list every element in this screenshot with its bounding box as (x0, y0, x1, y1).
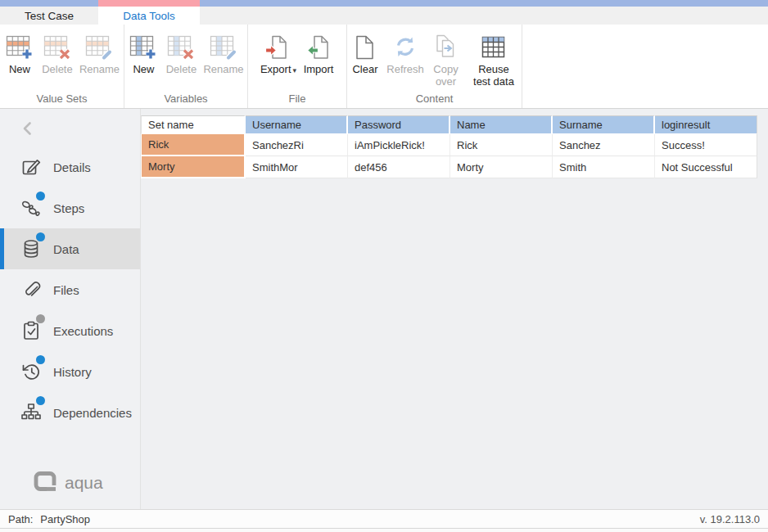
path-label: Path: (8, 513, 33, 525)
data-panel: Set name Username Password Name Surname … (141, 109, 768, 509)
aqua-logo-icon (33, 470, 57, 496)
hierarchy-icon (20, 401, 43, 424)
table-cell[interactable]: Sanchez (553, 134, 655, 156)
sidebar-item-steps[interactable]: Steps (0, 187, 140, 228)
table-cell[interactable]: SmithMor (246, 156, 348, 178)
table-cell-set-name[interactable]: Rick (141, 134, 246, 156)
dropdown-caret-icon: ▾ (293, 66, 297, 74)
variables-rename-button[interactable]: Rename (201, 33, 246, 76)
clear-page-icon (353, 33, 377, 62)
ribbon-group-file: Export▾ Import File (248, 25, 347, 108)
main-area: Details Steps (0, 109, 768, 509)
button-label: Clear (352, 64, 377, 76)
column-header-set-name[interactable]: Set name (141, 115, 246, 134)
value-sets-table: Set name Username Password Name Surname … (141, 115, 757, 178)
refresh-icon (391, 33, 419, 62)
button-label: Export▾ (260, 64, 296, 76)
column-header-username[interactable]: Username (246, 115, 348, 134)
export-icon (264, 33, 292, 62)
table-column-rename-icon (210, 33, 237, 62)
notification-dot (36, 192, 45, 201)
status-bar: Path: PartyShop v. 19.2.113.0 (0, 509, 768, 529)
table-row-rename-icon (85, 33, 113, 62)
ribbon-group-value-sets: New Delete (0, 25, 124, 108)
value-sets-rename-button[interactable]: Rename (77, 33, 122, 76)
sidebar-item-history[interactable]: History (0, 351, 140, 392)
notification-dot (36, 232, 45, 241)
table-cell[interactable]: Smith (553, 156, 655, 178)
path-value: PartyShop (40, 513, 90, 525)
sidebar-item-files[interactable]: Files (0, 269, 140, 310)
sidebar-item-label: Details (53, 160, 91, 174)
table-column-delete-icon (167, 33, 195, 62)
table-row-delete-icon (43, 33, 71, 62)
chevron-left-icon (20, 125, 36, 139)
sidebar-item-label: History (53, 365, 92, 379)
refresh-button[interactable]: Refresh (385, 33, 426, 76)
button-label: Import (304, 64, 334, 76)
button-label: Refresh (386, 64, 424, 76)
export-button[interactable]: Export▾ (258, 33, 299, 76)
sidebar-item-executions[interactable]: Executions (0, 310, 140, 351)
button-label: Copy over (430, 64, 462, 88)
collapse-sidebar-button[interactable] (0, 109, 140, 147)
bottom-filler (0, 529, 768, 532)
value-sets-delete-button[interactable]: Delete (39, 33, 75, 76)
button-label: Delete (42, 64, 73, 76)
history-icon (20, 360, 43, 383)
active-tab-accent (98, 0, 200, 7)
table-cell[interactable]: Not Successful (655, 156, 757, 178)
group-label-value-sets: Value Sets (0, 92, 124, 105)
table-cell[interactable]: iAmPickleRick! (348, 134, 450, 156)
notification-dot (36, 355, 45, 364)
copy-over-icon (432, 33, 460, 62)
variables-delete-button[interactable]: Delete (163, 33, 199, 76)
sidebar-item-data[interactable]: Data (0, 228, 140, 269)
column-header-surname[interactable]: Surname (553, 115, 655, 134)
column-header-password[interactable]: Password (348, 115, 450, 134)
tab-data-tools[interactable]: Data Tools (98, 7, 200, 25)
clear-button[interactable]: Clear (347, 33, 383, 76)
button-label: Rename (203, 64, 243, 76)
value-sets-new-button[interactable]: New (2, 33, 38, 76)
table-cell-set-name[interactable]: Morty (141, 156, 246, 178)
ribbon-tab-bar: Test Case Data Tools (0, 7, 768, 25)
group-label-file: File (248, 92, 346, 105)
tab-test-case[interactable]: Test Case (0, 7, 98, 25)
selected-indicator (0, 228, 4, 269)
version-label: v. 19.2.113.0 (700, 513, 760, 525)
sidebar: Details Steps (0, 109, 141, 509)
sidebar-item-label: Executions (53, 324, 113, 338)
reuse-test-data-icon (480, 33, 508, 62)
reuse-test-data-button[interactable]: Reuse test data (466, 33, 522, 88)
ribbon-group-content: Clear Refresh Copy over (347, 25, 522, 108)
table-row-add-icon (6, 33, 34, 62)
button-label: Reuse test data (468, 64, 519, 88)
edit-icon (20, 156, 43, 178)
sidebar-item-label: Data (53, 242, 79, 256)
table-cell[interactable]: def456 (348, 156, 450, 178)
sidebar-item-details[interactable]: Details (0, 147, 140, 187)
import-button[interactable]: Import (300, 33, 337, 76)
database-icon (20, 237, 43, 260)
paperclip-icon (20, 278, 43, 301)
button-label: Rename (79, 64, 120, 76)
column-header-loginresult[interactable]: loginresult (655, 115, 757, 134)
footprints-icon (20, 196, 43, 219)
clipboard-check-icon (20, 319, 43, 342)
table-cell[interactable]: Morty (450, 156, 553, 178)
sidebar-item-label: Dependencies (53, 406, 132, 420)
table-cell[interactable]: Rick (450, 134, 553, 156)
variables-new-button[interactable]: New (125, 33, 161, 76)
button-label: New (133, 64, 154, 76)
copy-over-button[interactable]: Copy over (427, 33, 464, 88)
aqua-logo-text: aqua (65, 473, 103, 493)
group-label-variables: Variables (124, 92, 247, 105)
table-column-add-icon (129, 33, 157, 62)
column-header-name[interactable]: Name (450, 115, 553, 134)
table-cell[interactable]: SanchezRi (246, 134, 348, 156)
table-cell[interactable]: Success! (655, 134, 757, 156)
import-icon (305, 33, 332, 62)
group-label-content: Content (347, 92, 522, 105)
sidebar-item-dependencies[interactable]: Dependencies (0, 392, 140, 433)
